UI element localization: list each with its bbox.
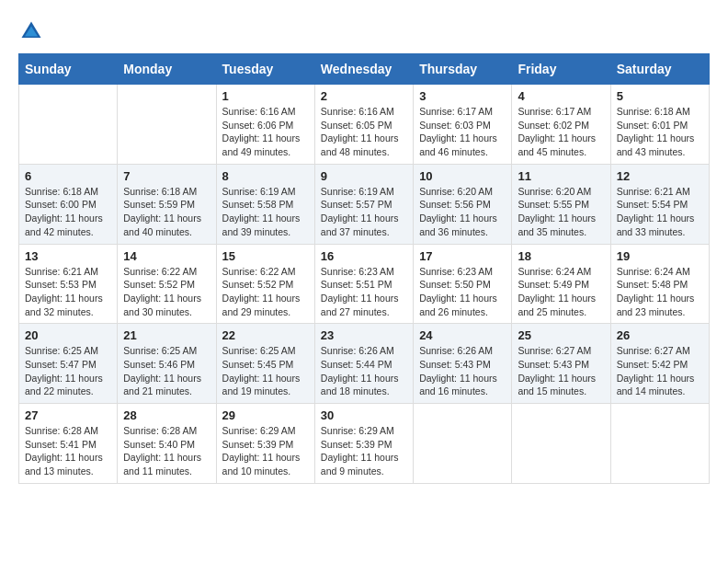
- day-info: Sunrise: 6:16 AM Sunset: 6:06 PM Dayligh…: [222, 105, 309, 159]
- calendar-cell: [118, 85, 216, 165]
- day-number: 25: [518, 328, 604, 342]
- day-number: 21: [123, 328, 210, 342]
- day-info: Sunrise: 6:27 AM Sunset: 5:43 PM Dayligh…: [518, 344, 604, 398]
- calendar-week-2: 6Sunrise: 6:18 AM Sunset: 6:00 PM Daylig…: [19, 164, 710, 244]
- calendar-header-row: SundayMondayTuesdayWednesdayThursdayFrid…: [19, 54, 710, 85]
- calendar-cell: 18Sunrise: 6:24 AM Sunset: 5:49 PM Dayli…: [512, 244, 610, 324]
- calendar-cell: 29Sunrise: 6:29 AM Sunset: 5:39 PM Dayli…: [216, 404, 314, 484]
- calendar-cell: [512, 404, 610, 484]
- calendar-cell: [19, 85, 118, 165]
- day-number: 19: [617, 249, 703, 263]
- calendar-cell: 15Sunrise: 6:22 AM Sunset: 5:52 PM Dayli…: [216, 244, 314, 324]
- day-info: Sunrise: 6:26 AM Sunset: 5:43 PM Dayligh…: [419, 344, 506, 398]
- day-info: Sunrise: 6:18 AM Sunset: 6:00 PM Dayligh…: [25, 185, 111, 239]
- day-number: 5: [617, 89, 703, 103]
- day-info: Sunrise: 6:29 AM Sunset: 5:39 PM Dayligh…: [321, 424, 407, 478]
- day-header-friday: Friday: [512, 54, 610, 85]
- day-info: Sunrise: 6:19 AM Sunset: 5:58 PM Dayligh…: [222, 185, 309, 239]
- day-info: Sunrise: 6:18 AM Sunset: 5:59 PM Dayligh…: [123, 185, 210, 239]
- day-header-saturday: Saturday: [610, 54, 709, 85]
- day-number: 17: [419, 249, 506, 263]
- day-number: 28: [123, 408, 210, 422]
- day-number: 20: [25, 328, 111, 342]
- day-info: Sunrise: 6:21 AM Sunset: 5:54 PM Dayligh…: [617, 185, 703, 239]
- day-number: 11: [518, 169, 604, 183]
- calendar-cell: 23Sunrise: 6:26 AM Sunset: 5:44 PM Dayli…: [314, 324, 413, 404]
- day-info: Sunrise: 6:23 AM Sunset: 5:50 PM Dayligh…: [419, 265, 506, 319]
- calendar-cell: 28Sunrise: 6:28 AM Sunset: 5:40 PM Dayli…: [118, 404, 216, 484]
- calendar-cell: 21Sunrise: 6:25 AM Sunset: 5:46 PM Dayli…: [118, 324, 216, 404]
- day-info: Sunrise: 6:17 AM Sunset: 6:03 PM Dayligh…: [419, 105, 506, 159]
- day-info: Sunrise: 6:17 AM Sunset: 6:02 PM Dayligh…: [518, 105, 604, 159]
- day-info: Sunrise: 6:18 AM Sunset: 6:01 PM Dayligh…: [617, 105, 703, 159]
- calendar-cell: 1Sunrise: 6:16 AM Sunset: 6:06 PM Daylig…: [216, 85, 314, 165]
- day-number: 18: [518, 249, 604, 263]
- calendar-cell: 11Sunrise: 6:20 AM Sunset: 5:55 PM Dayli…: [512, 164, 610, 244]
- day-number: 23: [321, 328, 407, 342]
- day-number: 2: [321, 89, 407, 103]
- calendar-cell: 26Sunrise: 6:27 AM Sunset: 5:42 PM Dayli…: [610, 324, 709, 404]
- day-number: 30: [321, 408, 407, 422]
- day-number: 29: [222, 408, 309, 422]
- calendar-cell: 19Sunrise: 6:24 AM Sunset: 5:48 PM Dayli…: [610, 244, 709, 324]
- day-info: Sunrise: 6:24 AM Sunset: 5:48 PM Dayligh…: [617, 265, 703, 319]
- day-info: Sunrise: 6:22 AM Sunset: 5:52 PM Dayligh…: [123, 265, 210, 319]
- calendar-cell: 3Sunrise: 6:17 AM Sunset: 6:03 PM Daylig…: [414, 85, 512, 165]
- day-number: 26: [617, 328, 703, 342]
- day-number: 27: [25, 408, 111, 422]
- calendar-cell: 14Sunrise: 6:22 AM Sunset: 5:52 PM Dayli…: [118, 244, 216, 324]
- day-header-tuesday: Tuesday: [216, 54, 314, 85]
- calendar-cell: 27Sunrise: 6:28 AM Sunset: 5:41 PM Dayli…: [19, 404, 118, 484]
- day-number: 1: [222, 89, 309, 103]
- day-number: 8: [222, 169, 309, 183]
- calendar-cell: 25Sunrise: 6:27 AM Sunset: 5:43 PM Dayli…: [512, 324, 610, 404]
- day-number: 4: [518, 89, 604, 103]
- calendar-cell: 12Sunrise: 6:21 AM Sunset: 5:54 PM Dayli…: [610, 164, 709, 244]
- calendar-cell: 16Sunrise: 6:23 AM Sunset: 5:51 PM Dayli…: [314, 244, 413, 324]
- calendar: SundayMondayTuesdayWednesdayThursdayFrid…: [18, 53, 710, 484]
- day-header-sunday: Sunday: [19, 54, 118, 85]
- day-number: 24: [419, 328, 506, 342]
- day-number: 14: [123, 249, 210, 263]
- day-info: Sunrise: 6:22 AM Sunset: 5:52 PM Dayligh…: [222, 265, 309, 319]
- day-info: Sunrise: 6:20 AM Sunset: 5:55 PM Dayligh…: [518, 185, 604, 239]
- calendar-cell: 17Sunrise: 6:23 AM Sunset: 5:50 PM Dayli…: [414, 244, 512, 324]
- day-number: 7: [123, 169, 210, 183]
- calendar-cell: [414, 404, 512, 484]
- day-info: Sunrise: 6:28 AM Sunset: 5:40 PM Dayligh…: [123, 424, 210, 478]
- calendar-cell: 30Sunrise: 6:29 AM Sunset: 5:39 PM Dayli…: [314, 404, 413, 484]
- day-info: Sunrise: 6:24 AM Sunset: 5:49 PM Dayligh…: [518, 265, 604, 319]
- day-info: Sunrise: 6:21 AM Sunset: 5:53 PM Dayligh…: [25, 265, 111, 319]
- calendar-cell: 2Sunrise: 6:16 AM Sunset: 6:05 PM Daylig…: [314, 85, 413, 165]
- day-info: Sunrise: 6:23 AM Sunset: 5:51 PM Dayligh…: [321, 265, 407, 319]
- day-info: Sunrise: 6:20 AM Sunset: 5:56 PM Dayligh…: [419, 185, 506, 239]
- day-info: Sunrise: 6:25 AM Sunset: 5:46 PM Dayligh…: [123, 344, 210, 398]
- calendar-cell: 24Sunrise: 6:26 AM Sunset: 5:43 PM Dayli…: [414, 324, 512, 404]
- header: [18, 18, 710, 44]
- day-number: 9: [321, 169, 407, 183]
- day-number: 13: [25, 249, 111, 263]
- calendar-cell: 7Sunrise: 6:18 AM Sunset: 5:59 PM Daylig…: [118, 164, 216, 244]
- calendar-week-3: 13Sunrise: 6:21 AM Sunset: 5:53 PM Dayli…: [19, 244, 710, 324]
- calendar-cell: 6Sunrise: 6:18 AM Sunset: 6:00 PM Daylig…: [19, 164, 118, 244]
- day-header-wednesday: Wednesday: [314, 54, 413, 85]
- calendar-cell: 13Sunrise: 6:21 AM Sunset: 5:53 PM Dayli…: [19, 244, 118, 324]
- day-header-thursday: Thursday: [414, 54, 512, 85]
- day-info: Sunrise: 6:28 AM Sunset: 5:41 PM Dayligh…: [25, 424, 111, 478]
- day-info: Sunrise: 6:25 AM Sunset: 5:45 PM Dayligh…: [222, 344, 309, 398]
- day-number: 12: [617, 169, 703, 183]
- day-info: Sunrise: 6:25 AM Sunset: 5:47 PM Dayligh…: [25, 344, 111, 398]
- calendar-cell: 8Sunrise: 6:19 AM Sunset: 5:58 PM Daylig…: [216, 164, 314, 244]
- day-info: Sunrise: 6:27 AM Sunset: 5:42 PM Dayligh…: [617, 344, 703, 398]
- calendar-cell: 10Sunrise: 6:20 AM Sunset: 5:56 PM Dayli…: [414, 164, 512, 244]
- calendar-cell: 22Sunrise: 6:25 AM Sunset: 5:45 PM Dayli…: [216, 324, 314, 404]
- day-number: 15: [222, 249, 309, 263]
- logo: [18, 18, 48, 44]
- calendar-week-5: 27Sunrise: 6:28 AM Sunset: 5:41 PM Dayli…: [19, 404, 710, 484]
- calendar-cell: 5Sunrise: 6:18 AM Sunset: 6:01 PM Daylig…: [610, 85, 709, 165]
- day-number: 3: [419, 89, 506, 103]
- day-number: 22: [222, 328, 309, 342]
- day-number: 16: [321, 249, 407, 263]
- day-number: 6: [25, 169, 111, 183]
- day-number: 10: [419, 169, 506, 183]
